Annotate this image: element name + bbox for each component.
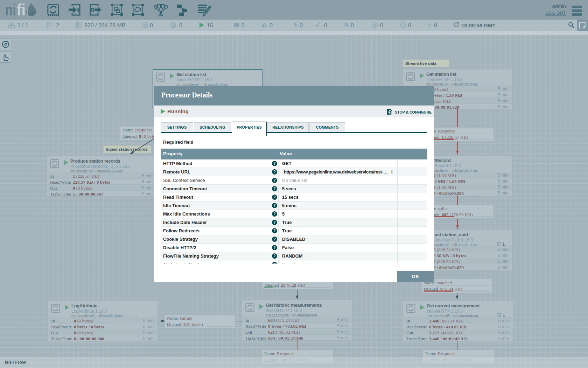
svg-text:2: 2 xyxy=(56,22,59,28)
svg-text:LOG OUT: LOG OUT xyxy=(546,11,566,16)
svg-text:admin: admin xyxy=(552,4,566,9)
svg-text:920 / 264.29 MB: 920 / 264.29 MB xyxy=(84,22,125,28)
svg-text:0: 0 xyxy=(300,22,303,28)
svg-text:ni: ni xyxy=(5,0,16,19)
svg-text:0: 0 xyxy=(150,22,153,28)
svg-text:0: 0 xyxy=(270,22,273,28)
svg-text:0: 0 xyxy=(351,22,354,28)
svg-text:fi: fi xyxy=(17,0,26,19)
svg-text:1 / 1: 1 / 1 xyxy=(18,22,28,28)
svg-text:13:00:58 GMT: 13:00:58 GMT xyxy=(461,22,496,28)
svg-text:0: 0 xyxy=(179,22,182,28)
svg-text:0: 0 xyxy=(408,22,411,28)
svg-text:0: 0 xyxy=(324,22,327,28)
svg-text:0: 0 xyxy=(241,22,245,28)
svg-text:0: 0 xyxy=(380,22,383,28)
svg-text:?: ? xyxy=(428,23,431,29)
svg-text:0: 0 xyxy=(434,22,437,28)
svg-text:15: 15 xyxy=(207,22,213,28)
